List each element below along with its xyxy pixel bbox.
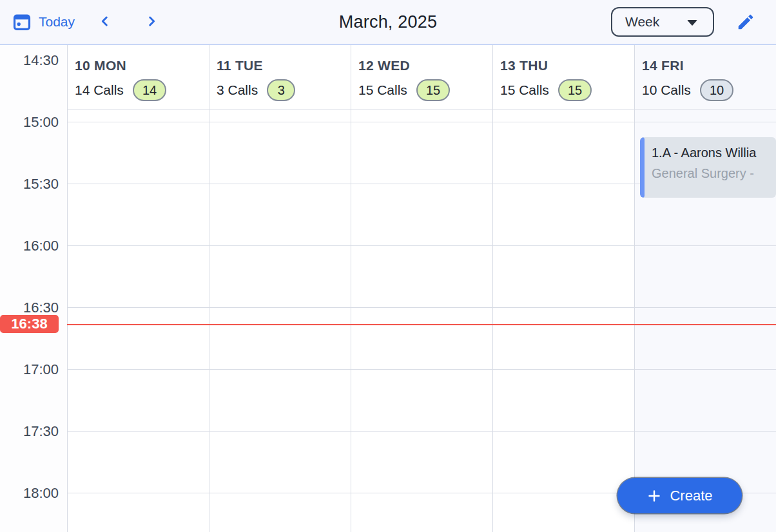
time-label: 17:30	[23, 423, 59, 441]
calls-text: 15 Calls	[358, 82, 407, 98]
calls-text: 14 Calls	[75, 82, 124, 98]
calls-count-badge: 15	[416, 79, 450, 101]
day-header: 12 WED 15 Calls 15	[351, 45, 492, 109]
day-column-friday: 14 FRI 10 Calls 10	[634, 45, 776, 532]
day-title: 10 MON	[75, 58, 204, 73]
chevron-left-icon[interactable]	[95, 12, 115, 33]
calendar-icon	[12, 12, 32, 32]
calls-text: 15 Calls	[500, 82, 549, 98]
calls-count-badge: 14	[133, 79, 166, 101]
time-gutter: 14:30 15:00 15:30 16:00 16:30 17:00 17:3…	[0, 45, 67, 532]
calls-count-badge: 3	[267, 79, 295, 101]
day-stats: 3 Calls 3	[217, 79, 345, 101]
time-label: 14:30	[23, 52, 59, 70]
create-button[interactable]: Create	[617, 478, 742, 513]
time-label: 17:00	[23, 361, 59, 379]
day-columns: 10 MON 14 Calls 14 11 TUE 3 Calls 3 12 W…	[67, 45, 776, 532]
day-title: 11 TUE	[217, 58, 345, 73]
time-label: 15:30	[23, 175, 59, 193]
calls-text: 10 Calls	[642, 82, 691, 98]
time-label: 15:00	[23, 113, 59, 131]
day-column-tuesday: 11 TUE 3 Calls 3	[209, 45, 351, 532]
day-grid-cells[interactable]	[493, 109, 634, 532]
time-label: 18:00	[23, 484, 59, 502]
calls-count-badge: 10	[700, 79, 733, 101]
today-button[interactable]: Today	[12, 12, 75, 32]
event-title: 1.A - Aarons Willia	[652, 146, 773, 160]
plus-icon	[646, 488, 662, 504]
day-header: 10 MON 14 Calls 14	[68, 45, 209, 109]
day-header: 13 THU 15 Calls 15	[493, 45, 634, 109]
calls-count-badge: 15	[558, 79, 592, 101]
view-mode-value: Week	[625, 14, 659, 30]
calls-text: 3 Calls	[217, 82, 258, 98]
caret-down-icon	[687, 20, 697, 26]
view-mode-select[interactable]: Week	[611, 7, 714, 37]
day-grid-cells[interactable]	[209, 109, 351, 532]
event-subtitle: General Surgery -	[652, 166, 773, 181]
current-time-line	[67, 324, 776, 325]
topbar: Today March, 2025 Week	[0, 0, 776, 45]
pencil-icon[interactable]	[736, 12, 755, 32]
day-column-wednesday: 12 WED 15 Calls 15	[351, 45, 492, 532]
day-grid-cells[interactable]	[68, 109, 209, 532]
time-label: 16:30	[23, 299, 59, 317]
day-stats: 15 Calls 15	[358, 79, 487, 101]
day-title: 14 FRI	[642, 58, 771, 73]
day-stats: 14 Calls 14	[75, 79, 204, 101]
day-title: 12 WED	[358, 58, 487, 73]
day-stats: 15 Calls 15	[500, 79, 629, 101]
day-stats: 10 Calls 10	[642, 79, 771, 101]
day-grid-cells[interactable]	[351, 109, 492, 532]
create-button-label: Create	[670, 488, 712, 504]
day-column-monday: 10 MON 14 Calls 14	[67, 45, 209, 532]
topbar-right-group: Week	[611, 7, 776, 37]
day-title: 13 THU	[500, 58, 629, 73]
day-column-thursday: 13 THU 15 Calls 15	[492, 45, 634, 532]
day-header: 11 TUE 3 Calls 3	[209, 45, 351, 109]
day-header: 14 FRI 10 Calls 10	[635, 45, 776, 109]
topbar-left-group: Today	[0, 12, 161, 33]
current-time-badge: 16:38	[0, 315, 59, 333]
today-button-label: Today	[39, 14, 75, 30]
time-label: 16:00	[23, 237, 59, 255]
calendar-week-view: 14:30 15:00 15:30 16:00 16:30 17:00 17:3…	[0, 45, 776, 532]
event-card[interactable]: 1.A - Aarons Willia General Surgery -	[640, 137, 776, 198]
chevron-right-icon[interactable]	[142, 12, 161, 33]
